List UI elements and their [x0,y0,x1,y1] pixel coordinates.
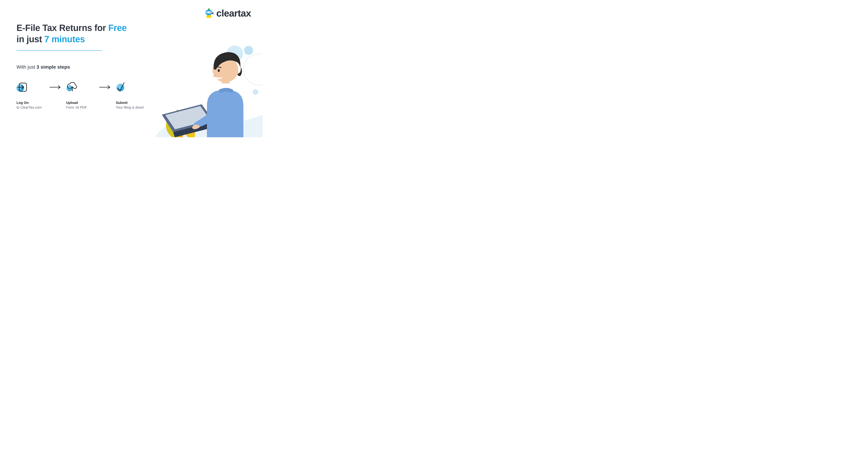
svg-rect-15 [222,77,229,83]
svg-point-3 [207,12,208,13]
cloud-upload-icon [66,82,79,93]
headline-part1: E-File Tax Returns for [17,23,108,33]
divider [17,50,102,51]
step-title: Log On [17,101,50,105]
brand-logo: cleartax [204,8,251,19]
svg-point-13 [253,89,258,95]
headline: E-File Tax Returns for Free in just 7 mi… [17,22,127,45]
svg-rect-5 [207,15,211,18]
step-title: Submit [116,101,149,105]
svg-point-10 [226,46,243,62]
headline-accent-free: Free [108,23,127,33]
svg-point-11 [244,46,253,55]
svg-point-18 [218,69,220,72]
svg-rect-2 [206,11,212,13]
arrow-right-icon [99,82,111,89]
step-desc: Form 16 PDF [66,106,99,110]
subhead-bold: 3 simple steps [36,64,70,70]
step-title: Upload [66,101,99,105]
svg-point-17 [234,70,239,75]
step-logon: Log On to ClearTax.com [17,82,50,110]
svg-point-4 [210,12,211,13]
svg-point-12 [243,54,262,85]
check-icon [116,82,128,93]
headline-part2: in just [17,34,44,44]
brand-name: cleartax [216,8,251,19]
step-desc: Your filing is done! [116,106,149,110]
subhead: With just 3 simple steps [17,64,70,70]
arrow-right-icon [50,82,62,89]
promo-card: cleartax E-File Tax Returns for Free in … [0,0,262,137]
login-icon [17,82,29,93]
subhead-prefix: With just [17,64,36,70]
robot-icon [204,8,214,18]
steps-row: Log On to ClearTax.com [17,82,149,110]
headline-accent-time: 7 minutes [44,34,85,44]
step-upload: Upload Form 16 PDF [66,82,99,110]
step-submit: Submit Your filing is done! [116,82,149,110]
svg-point-16 [213,57,238,82]
step-desc: to ClearTax.com [17,106,50,110]
hero-illustration [137,40,262,137]
svg-point-14 [181,113,184,116]
